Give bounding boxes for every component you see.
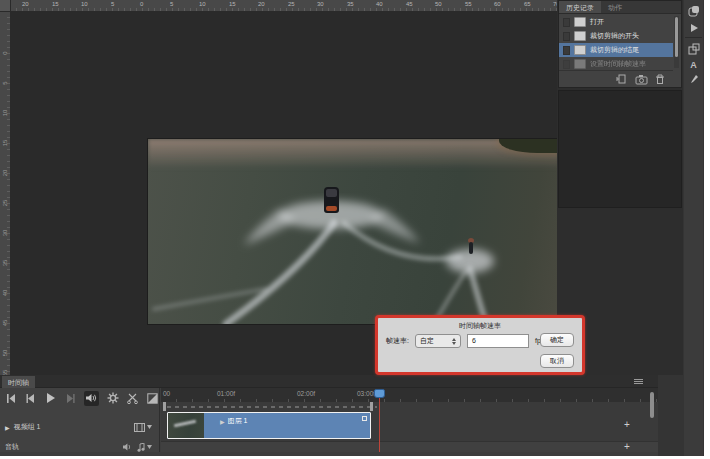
brush-panel-icon (689, 74, 699, 85)
ruler-label: 0 (2, 49, 8, 57)
fps-input[interactable]: 6 (467, 334, 529, 348)
video-group-row[interactable]: ▶ 视频组 1 (0, 420, 160, 434)
clip-expand-icon[interactable]: ▶ (220, 418, 225, 425)
character-panel-icon: A (690, 60, 697, 70)
ruler-label: 10 (2, 109, 8, 117)
ruler-label: 15 (2, 139, 8, 147)
photoshop-window: 20 15 10 5 0 5 10 15 20 25 30 35 40 45 5… (0, 0, 710, 459)
history-panel-tabs: 历史记录 动作 (559, 1, 681, 14)
work-area-end-handle[interactable] (370, 402, 373, 411)
timeline-scrollbar[interactable] (650, 392, 654, 418)
ruler-label: 10 (81, 1, 88, 7)
play-button[interactable] (44, 392, 57, 405)
ruler-label: 35 (347, 1, 354, 7)
ruler-label: 0 (140, 1, 143, 7)
boat (324, 187, 339, 213)
ruler-label: 30 (317, 1, 324, 7)
ruler-label: 25 (2, 199, 8, 207)
ruler-label: 35 (2, 259, 8, 267)
split-scissors-icon[interactable] (126, 392, 139, 405)
new-snapshot-camera-icon[interactable] (635, 74, 648, 85)
history-source-well[interactable] (563, 32, 570, 41)
delete-trash-icon[interactable] (655, 74, 665, 85)
horizontal-ruler[interactable]: 20 15 10 5 0 5 10 15 20 25 30 35 40 45 5… (11, 0, 557, 12)
ruler-origin-box[interactable] (0, 0, 11, 12)
history-item-open[interactable]: 打开 (559, 15, 673, 29)
speaker-icon[interactable] (123, 443, 132, 451)
mute-audio-button[interactable] (84, 391, 99, 406)
history-item-set-framerate[interactable]: 设置时间轴帧速率 (559, 57, 673, 71)
clip-thumbnail (168, 413, 204, 438)
frame-rate-preset-dropdown[interactable]: 自定 (415, 334, 461, 348)
clip-label: ▶ 图层 1 (220, 416, 247, 426)
ruler-label: 30 (2, 229, 8, 237)
add-audio-button[interactable]: + (621, 441, 633, 453)
ok-button[interactable]: 确定 (540, 333, 574, 347)
filmstrip-icon[interactable] (134, 423, 145, 432)
play-panel-icon (689, 23, 699, 33)
history-source-well[interactable] (563, 18, 570, 27)
ruler-label: 10 (199, 1, 206, 7)
ruler-label: 40 (2, 289, 8, 297)
dock-cell[interactable] (684, 19, 703, 36)
timeline-panel: 时间轴 (0, 375, 658, 456)
ruler-label: 45 (2, 319, 8, 327)
ruler-label: 25 (288, 1, 295, 7)
ruler-label: 45 (406, 1, 413, 7)
timeline-panel-menu-icon[interactable] (634, 379, 643, 384)
timeline-settings-gear-icon[interactable] (106, 392, 119, 405)
tab-actions[interactable]: 动作 (601, 1, 629, 13)
timeline-track-area: 00 01:00f 02:00f 03:00f ▶ 图层 1 (161, 388, 658, 452)
timeline-time-ruler[interactable]: 00 01:00f 02:00f 03:00f (161, 388, 658, 402)
clip-fx-badge-icon[interactable] (362, 416, 367, 421)
add-video-media-button[interactable]: + (621, 419, 633, 431)
history-state-icon (574, 17, 586, 27)
audio-track-row[interactable]: 音轨 (0, 440, 160, 454)
ruler-label: 60 (494, 1, 501, 7)
playhead-line (379, 397, 380, 452)
transition-icon[interactable] (146, 392, 159, 405)
ruler-label: 5 (2, 79, 8, 87)
history-item-trim-start[interactable]: 裁切剪辑的开头 (559, 29, 673, 43)
overlapping-shapes-icon (688, 43, 700, 55)
history-scrollbar[interactable] (674, 16, 679, 68)
video-track-lane: ▶ 图层 1 + (161, 411, 658, 441)
history-state-icon (574, 45, 586, 55)
workspace: 20 15 10 5 0 5 10 15 20 25 30 35 40 45 5… (0, 0, 704, 456)
expander-triangle-icon[interactable]: ▶ (5, 424, 10, 431)
dock-cell[interactable] (684, 71, 703, 88)
playhead[interactable] (374, 389, 385, 398)
first-frame-button[interactable] (4, 392, 17, 405)
transport-controls (4, 390, 159, 406)
ruler-label: 50 (435, 1, 442, 7)
work-area-bar[interactable] (161, 402, 658, 411)
dock-cell[interactable] (684, 2, 703, 19)
dock-cell[interactable] (684, 40, 703, 57)
collapsed-panel-area (558, 90, 682, 208)
previous-frame-button[interactable] (24, 392, 37, 405)
video-clip[interactable]: ▶ 图层 1 (167, 412, 371, 439)
ruler-label: 20 (22, 1, 29, 7)
tab-history[interactable]: 历史记录 (559, 1, 601, 13)
video-preview[interactable] (148, 139, 559, 324)
stepper-icon (451, 337, 458, 346)
cancel-button[interactable]: 取消 (540, 354, 574, 368)
history-panel-footer (559, 70, 673, 87)
new-document-from-state-icon[interactable] (616, 74, 628, 85)
wake-trails (148, 139, 559, 324)
tab-timeline[interactable]: 时间轴 (2, 376, 35, 388)
ruler-label: 15 (52, 1, 59, 7)
history-source-well[interactable] (563, 60, 570, 69)
next-frame-button[interactable] (64, 392, 77, 405)
work-area-start-handle[interactable] (163, 402, 166, 411)
ruler-label: 50 (2, 349, 8, 357)
history-item-trim-end[interactable]: 裁切剪辑的结尾 (559, 43, 673, 57)
history-source-well[interactable] (563, 46, 570, 55)
timeline-left-column: ▶ 视频组 1 音轨 (0, 388, 160, 452)
collapsed-panels-icon (688, 5, 700, 17)
chevron-down-icon[interactable] (147, 445, 152, 449)
chevron-down-icon[interactable] (147, 425, 152, 429)
dialog-title: 时间轴帧速率 (378, 321, 582, 331)
music-note-icon[interactable] (137, 443, 145, 452)
vertical-ruler[interactable]: 0 5 10 15 20 25 30 35 40 45 50 55 (0, 12, 11, 375)
